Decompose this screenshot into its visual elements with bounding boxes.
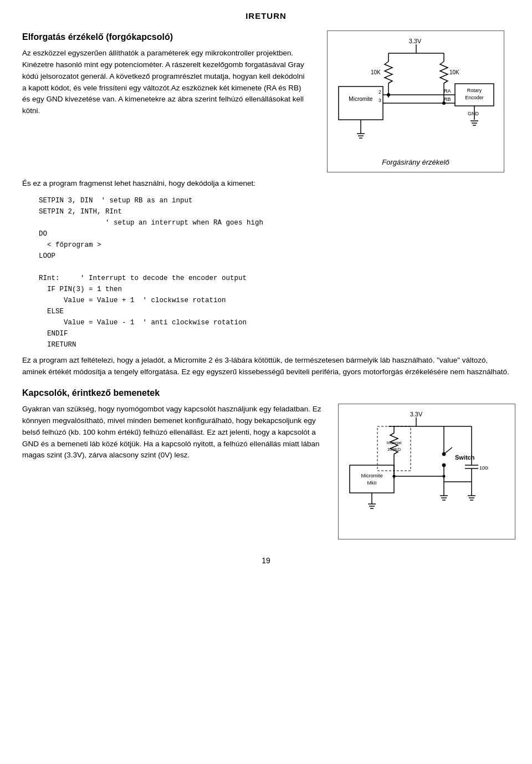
svg-rect-9	[339, 86, 383, 120]
svg-text:RA: RA	[444, 88, 451, 94]
intro-line: És ez a program fragmenst lehet használn…	[22, 178, 510, 190]
svg-text:Micromite: Micromite	[349, 96, 373, 102]
section1-text-col: Elforgatás érzékelő (forgókapcsoló) Az e…	[22, 30, 310, 172]
section2-layout: Gyakran van szükség, hogy nyomógombot va…	[22, 404, 510, 539]
svg-text:Micromite: Micromite	[361, 473, 382, 478]
switch-svg: 3.3V Internal 100KΩ Micromite MkII	[344, 410, 488, 532]
section1-diagram-col: 3.3V 10K 10K Micromite	[321, 30, 510, 172]
section1-layout: Elforgatás érzékelő (forgókapcsoló) Az e…	[22, 30, 510, 172]
switch-diagram: 3.3V Internal 100KΩ Micromite MkII	[338, 404, 515, 539]
svg-point-50	[442, 452, 446, 456]
section2-diagram-col: 3.3V Internal 100KΩ Micromite MkII	[344, 404, 510, 539]
svg-text:RB: RB	[444, 96, 451, 102]
svg-point-18	[387, 93, 390, 96]
svg-text:3.3V: 3.3V	[409, 38, 422, 44]
svg-text:GND: GND	[468, 111, 479, 116]
svg-text:3.3V: 3.3V	[410, 411, 423, 417]
section1-conclusion: Ez a program azt feltételezi, hogy a jel…	[22, 355, 510, 378]
section1-title: Elforgatás érzékelő (forgókapcsoló)	[22, 30, 310, 44]
svg-text:2: 2	[378, 89, 381, 95]
svg-point-58	[443, 475, 446, 477]
section2-text-col: Gyakran van szükség, hogy nyomógombot va…	[22, 404, 332, 539]
section2-text: Gyakran van szükség, hogy nyomógombot va…	[22, 404, 332, 462]
svg-text:10K: 10K	[371, 69, 381, 75]
page-header: IRETURN	[22, 11, 510, 21]
page-number: 19	[22, 556, 510, 565]
svg-text:Encoder: Encoder	[465, 95, 484, 100]
svg-text:10K: 10K	[449, 69, 459, 75]
svg-text:100nF: 100nF	[479, 465, 488, 471]
section2-title: Kapcsolók, érintkező bemenetek	[22, 388, 510, 398]
svg-text:3: 3	[378, 98, 381, 103]
intro-line-text: És ez a program fragmenst lehet használn…	[22, 179, 255, 187]
section1-paragraph: Az eszközzel egyszerűen állíthatók a par…	[22, 48, 310, 118]
svg-text:Internal: Internal	[387, 440, 402, 445]
rotary-encoder-svg: 3.3V 10K 10K Micromite	[333, 37, 499, 153]
section2-divider: Kapcsolók, érintkező bemenetek	[22, 388, 510, 398]
svg-text:Rotary: Rotary	[467, 88, 482, 93]
svg-text:MkII: MkII	[367, 480, 377, 486]
svg-rect-43	[350, 465, 394, 493]
header-title: IRETURN	[245, 11, 287, 21]
code-block: SETPIN 3, DIN ' setup RB as an input SET…	[22, 195, 510, 350]
svg-point-57	[393, 475, 396, 477]
rotary-encoder-diagram: 3.3V 10K 10K Micromite	[327, 30, 504, 172]
svg-text:100KΩ: 100KΩ	[387, 447, 401, 452]
rotary-diagram-caption: Forgásirány érzékelő	[333, 158, 498, 166]
